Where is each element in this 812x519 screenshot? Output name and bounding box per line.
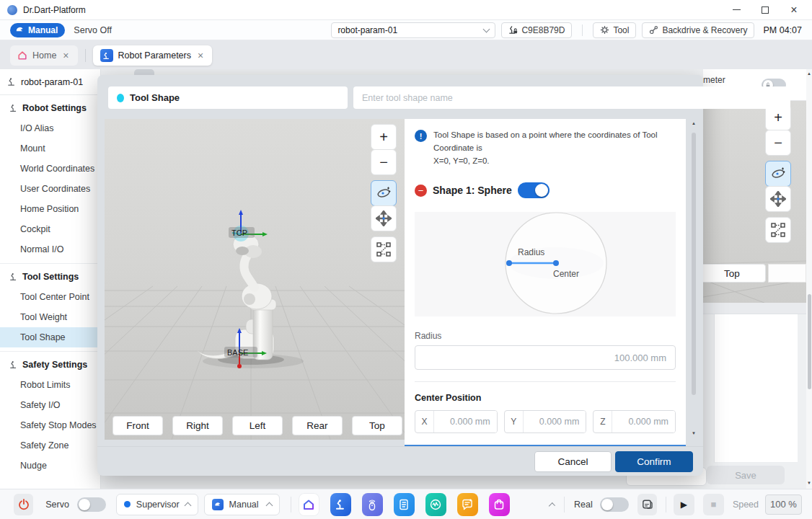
view-left-button[interactable]: Left	[232, 416, 283, 435]
bg-orbit-button[interactable]	[765, 161, 791, 187]
real-mode-toggle[interactable]	[600, 497, 629, 512]
collapse-shape-icon[interactable]: −	[415, 185, 427, 197]
radius-input[interactable]	[415, 345, 676, 370]
confirm-button[interactable]: Confirm	[615, 451, 693, 472]
tab-robot-parameters[interactable]: Robot Parameters ×	[93, 45, 213, 66]
sidebar-item-robot-limits[interactable]: Robot Limits	[0, 375, 100, 395]
tool-shape-name-input[interactable]	[353, 86, 790, 109]
scrollbar-thumb[interactable]	[692, 133, 696, 395]
bg-measure-button[interactable]	[765, 217, 791, 243]
robot-3d-viewport[interactable]: TCP BASE + −	[105, 119, 405, 440]
robot-icon	[9, 104, 18, 112]
servo-status-text: Servo Off	[74, 25, 112, 35]
sidebar-item-nudge[interactable]: Nudge	[0, 456, 100, 476]
sidebar-item-tool-center-point[interactable]: Tool Center Point	[0, 287, 100, 307]
role-select[interactable]: Supervisor	[116, 494, 198, 515]
app-task-writer-button[interactable]	[394, 493, 415, 516]
save-button[interactable]: Save	[707, 466, 785, 484]
controller-id-button[interactable]: C9E8B79D	[501, 22, 572, 38]
app-monitor-button[interactable]	[425, 493, 446, 516]
view-top-button[interactable]: Top	[352, 416, 402, 435]
app-robot-params-button[interactable]	[330, 493, 351, 516]
stop-button[interactable]: ■	[703, 494, 724, 515]
zoom-in-button[interactable]: +	[371, 124, 397, 150]
close-button[interactable]: ×	[789, 5, 799, 15]
play-button[interactable]: ▶	[674, 494, 694, 515]
toolbar-separator	[582, 25, 583, 36]
chevron-up-icon	[266, 502, 273, 510]
sidebar-item-world-coordinates[interactable]: World Coordinates	[0, 159, 100, 179]
close-tab-icon[interactable]: ×	[61, 50, 70, 61]
sidebar-item-tool-weight[interactable]: Tool Weight	[0, 307, 100, 327]
bg-pan-button[interactable]	[765, 186, 791, 212]
speed-value[interactable]: 100 %	[765, 494, 802, 515]
view-right-button[interactable]: Right	[172, 416, 223, 435]
app-log-button[interactable]	[457, 493, 478, 516]
power-button[interactable]	[14, 494, 33, 515]
manual-mode-badge[interactable]: Manual	[10, 23, 65, 37]
param-file-select[interactable]: robot-param-01	[331, 22, 495, 38]
scrollbar-thumb[interactable]	[808, 294, 811, 389]
measure-button[interactable]	[371, 236, 397, 262]
orbit-button[interactable]	[371, 180, 397, 206]
center-position-fields: X Y Z	[415, 410, 676, 433]
sidebar-item-io-alias[interactable]: I/O Alias	[0, 118, 100, 138]
cancel-button[interactable]: Cancel	[534, 451, 612, 472]
center-x-input[interactable]	[434, 411, 497, 432]
sidebar-item-tool-shape[interactable]: Tool Shape	[0, 327, 100, 347]
pan-icon	[770, 191, 786, 207]
bg-zoom-out-button[interactable]: −	[765, 130, 791, 156]
scroll-up-icon[interactable]: ▲	[690, 121, 697, 125]
sidebar-item-normal-io[interactable]: Normal I/O	[0, 239, 100, 260]
page-scrollbar[interactable]: ▲ ▼	[806, 69, 812, 489]
sidebar-item-safety-stop-modes[interactable]: Safety Stop Modes	[0, 415, 100, 435]
mode-select[interactable]: Manual	[204, 494, 280, 515]
shape-enabled-toggle[interactable]	[518, 182, 550, 198]
backdrive-recovery-button[interactable]: Backdrive & Recovery	[642, 22, 754, 38]
robot-icon	[7, 77, 17, 86]
view-front-button[interactable]: Front	[112, 416, 163, 435]
tab-home[interactable]: Home ×	[10, 45, 78, 66]
sidebar-item-safety-io[interactable]: Safety I/O	[0, 395, 100, 415]
app-home-button[interactable]	[299, 493, 319, 516]
sidebar-item-cockpit[interactable]: Cockpit	[0, 219, 100, 239]
center-y-field: Y	[504, 410, 587, 433]
base-label: BASE	[227, 348, 248, 357]
bg-view-top-button[interactable]: Top	[698, 264, 766, 283]
center-y-input[interactable]	[524, 411, 586, 432]
app-remote-button[interactable]	[362, 493, 383, 516]
info-text-line2: X=0, Y=0, Z=0.	[433, 156, 489, 165]
pan-button[interactable]	[371, 205, 397, 231]
clock-text: PM 04:07	[763, 25, 802, 35]
scroll-down-icon[interactable]: ▼	[690, 431, 697, 435]
radius-label: Radius	[415, 331, 676, 341]
view-rear-button[interactable]: Rear	[292, 416, 343, 435]
stop-icon: ■	[710, 499, 716, 510]
home-icon	[17, 50, 27, 61]
backdrive-icon	[649, 25, 658, 35]
taskbar-expand-icon[interactable]	[548, 502, 555, 510]
dialog-footer: Cancel Confirm	[97, 446, 703, 476]
sidebar-item-home-position[interactable]: Home Position	[0, 199, 100, 219]
app-store-button[interactable]	[489, 493, 510, 516]
dialog-scrollbar[interactable]: ▲ ▼	[690, 121, 697, 466]
sidebar-item-user-coordinates[interactable]: User Coordinates	[0, 179, 100, 199]
minimize-button[interactable]	[731, 5, 741, 15]
center-z-input[interactable]	[612, 411, 675, 432]
sidebar-item-mount[interactable]: Mount	[0, 138, 100, 159]
scroll-up-icon[interactable]: ▲	[806, 71, 812, 76]
close-tab-icon[interactable]: ×	[196, 50, 205, 61]
sidebar-item-safety-zone[interactable]: Safety Zone	[0, 435, 100, 456]
shape-settings-panel: ! Tool Shape is based on a point where t…	[405, 119, 686, 446]
maximize-button[interactable]	[760, 5, 770, 15]
viewer-button[interactable]	[637, 494, 657, 515]
info-text-line1: Tool Shape is based on a point where the…	[433, 130, 658, 152]
servo-toggle[interactable]	[77, 497, 106, 512]
scroll-down-icon[interactable]: ▼	[806, 481, 812, 485]
tool-button[interactable]: Tool	[593, 22, 636, 38]
viewer-3d-icon	[641, 498, 653, 510]
monitor-icon	[429, 498, 442, 511]
robot-parameters-icon	[100, 49, 113, 62]
pan-icon	[376, 210, 392, 226]
zoom-out-button[interactable]: −	[371, 149, 397, 175]
